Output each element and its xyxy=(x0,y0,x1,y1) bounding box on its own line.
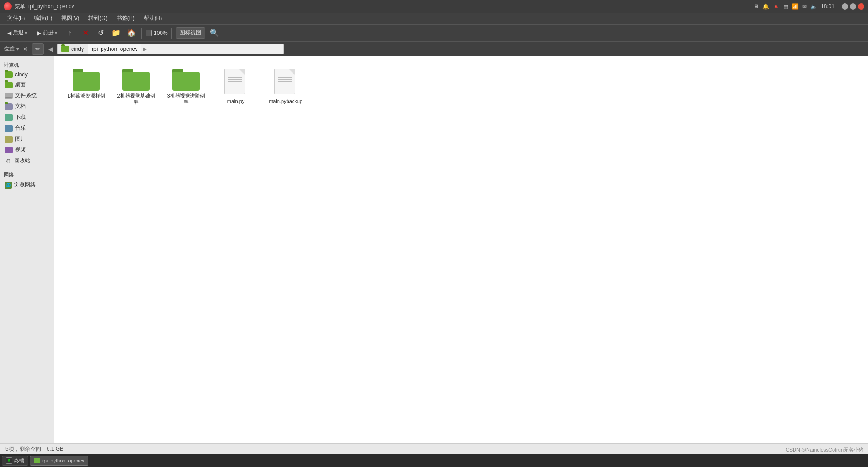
system-bar-right: 🖥 🔔 🔺 ▦ 📶 ✉ 🔈 18:01 xyxy=(753,3,864,10)
file-item-mainpy[interactable]: main.py xyxy=(213,65,258,109)
back-label: 后退 xyxy=(13,29,24,37)
forward-arrow-icon: ▶ xyxy=(37,30,41,36)
sidebar-section-computer: 计算机 xyxy=(0,60,54,69)
zoom-display: 100% xyxy=(146,30,168,36)
location-text: 位置 xyxy=(4,45,15,53)
folder-icon-large xyxy=(73,69,100,91)
recycle-icon: ♻ xyxy=(5,157,12,165)
sidebar-item-documents[interactable]: 文档 xyxy=(1,101,53,112)
back-button[interactable]: ◀ 后退 ▾ xyxy=(4,28,31,38)
toolbar: ◀ 后退 ▾ ▶ 前进 ▾ ↑ ✕ ↺ 📁 🏠 100% 图标视图 🔍 xyxy=(0,25,868,42)
reload-button[interactable]: ↺ xyxy=(94,27,107,39)
sidebar: 计算机 cindy 桌面 文件系统 文档 下载 音乐 图片 xyxy=(0,56,54,443)
menu-bookmarks[interactable]: 书签(B) xyxy=(113,14,138,23)
sidebar-label: 文件系统 xyxy=(15,92,37,99)
file-line xyxy=(278,79,292,80)
clear-location-button[interactable]: ✕ xyxy=(21,44,30,54)
sidebar-item-browse-network[interactable]: 🌐 浏览网络 xyxy=(1,180,53,190)
status-info: 5项，剩余空间：6.1 GB xyxy=(5,445,63,453)
close-button[interactable] xyxy=(858,3,864,10)
sidebar-label: 音乐 xyxy=(15,124,26,132)
sidebar-item-pictures[interactable]: 图片 xyxy=(1,134,53,144)
breadcrumb-rpi[interactable]: rpi_python_opencv xyxy=(88,44,141,54)
menu-file[interactable]: 文件(F) xyxy=(4,14,29,23)
menu-bar: 文件(F) 编辑(E) 视图(V) 转到(G) 书签(B) 帮助(H) xyxy=(0,13,868,25)
file-item-backup[interactable]: main.pybackup xyxy=(263,65,308,109)
sidebar-label: 视频 xyxy=(15,146,26,154)
sidebar-item-filesystem[interactable]: 文件系统 xyxy=(1,90,53,101)
app-menu[interactable]: 菜单 xyxy=(15,3,25,10)
update-icon[interactable]: 🔺 xyxy=(773,3,780,10)
zoom-checkbox[interactable] xyxy=(146,30,152,36)
sidebar-item-desktop[interactable]: 桌面 xyxy=(1,79,53,90)
file-item-folder2[interactable]: 2机器视觉基础例程 xyxy=(113,65,159,109)
breadcrumb-cindy[interactable]: cindy xyxy=(58,44,88,54)
display-icon[interactable]: 🖥 xyxy=(753,3,759,10)
sidebar-item-recycle[interactable]: ♻ 回收站 xyxy=(1,156,53,166)
stop-button[interactable]: ✕ xyxy=(79,27,92,39)
forward-dropdown-arrow: ▾ xyxy=(55,30,57,35)
file-corner xyxy=(239,69,245,75)
drive-icon xyxy=(5,93,13,99)
sidebar-item-cindy[interactable]: cindy xyxy=(1,70,53,79)
sidebar-label: 图片 xyxy=(15,135,26,143)
file-area: 1树莓派资源样例 2机器视觉基础例程 3机器视觉进阶例程 xyxy=(54,56,868,443)
file-item-folder3[interactable]: 3机器视觉进阶例程 xyxy=(163,65,209,109)
back-arrow-icon: ◀ xyxy=(7,30,11,36)
taskbar-terminal-label: 终端 xyxy=(14,457,24,464)
forward-button[interactable]: ▶ 前进 ▾ xyxy=(34,28,61,38)
minimize-button[interactable] xyxy=(842,3,848,10)
breadcrumb-cindy-label: cindy xyxy=(71,46,84,52)
file-grid: 1树莓派资源样例 2机器视觉基础例程 3机器视觉进阶例程 xyxy=(63,65,859,109)
location-dropdown-arrow[interactable]: ▾ xyxy=(16,46,19,52)
view-button[interactable]: 图标视图 xyxy=(176,27,205,39)
terminal-icon: $ xyxy=(6,457,12,464)
taskbar: $ 终端 rpi_python_opencv xyxy=(0,454,868,467)
new-folder-button[interactable]: 📁 xyxy=(110,27,122,39)
status-bar: 5项，剩余空间：6.1 GB xyxy=(0,443,868,454)
taskbar-file-icon xyxy=(34,458,40,463)
file-corner xyxy=(289,69,295,75)
file-item-folder1[interactable]: 1树莓派资源样例 xyxy=(63,65,109,109)
home-button[interactable]: 🏠 xyxy=(125,27,138,39)
tasks-icon[interactable]: ▦ xyxy=(783,3,788,10)
folder-icon-large xyxy=(172,69,200,91)
folder-body xyxy=(122,72,150,91)
wifi-icon[interactable]: 📶 xyxy=(792,3,799,10)
folder-icon xyxy=(5,103,13,110)
breadcrumb-rpi-label: rpi_python_opencv xyxy=(92,46,137,52)
folder-icon xyxy=(61,46,69,52)
maximize-button[interactable] xyxy=(850,3,856,10)
sidebar-label: 桌面 xyxy=(15,81,26,88)
address-bar: 位置 ▾ ✕ ✏ ◀ cindy rpi_python_opencv ▶ xyxy=(0,42,868,56)
file-label: main.pybackup xyxy=(269,98,302,104)
music-icon xyxy=(5,125,13,132)
location-label: 位置 ▾ xyxy=(4,45,19,53)
sidebar-item-downloads[interactable]: 下载 xyxy=(1,112,53,123)
menu-goto[interactable]: 转到(G) xyxy=(85,14,111,23)
zoom-value: 100% xyxy=(154,30,168,36)
video-icon xyxy=(5,147,13,153)
file-label: 2机器视觉基础例程 xyxy=(117,93,155,106)
email-icon[interactable]: ✉ xyxy=(802,3,807,10)
menu-edit[interactable]: 编辑(E) xyxy=(30,14,56,23)
prev-location-button[interactable]: ◀ xyxy=(45,44,55,54)
sidebar-label: cindy xyxy=(15,71,28,78)
edit-path-button[interactable]: ✏ xyxy=(32,43,44,55)
menu-help[interactable]: 帮助(H) xyxy=(140,14,166,23)
firefox-icon xyxy=(4,2,12,10)
up-button[interactable]: ↑ xyxy=(63,27,76,39)
volume-icon[interactable]: 🔈 xyxy=(810,3,817,10)
taskbar-filemanager[interactable]: rpi_python_opencv xyxy=(30,456,88,466)
sidebar-item-music[interactable]: 音乐 xyxy=(1,123,53,133)
search-button[interactable]: 🔍 xyxy=(208,27,221,39)
breadcrumb-container: cindy rpi_python_opencv ▶ xyxy=(57,44,284,54)
menu-view[interactable]: 视图(V) xyxy=(58,14,83,23)
folder-icon xyxy=(5,82,13,88)
sidebar-item-videos[interactable]: 视频 xyxy=(1,145,53,155)
breadcrumb-end-arrow: ▶ xyxy=(141,46,149,52)
notification-icon[interactable]: 🔔 xyxy=(762,3,769,10)
taskbar-terminal[interactable]: $ 终端 xyxy=(2,456,28,466)
file-line xyxy=(228,79,242,80)
clock: 18:01 xyxy=(821,3,834,10)
